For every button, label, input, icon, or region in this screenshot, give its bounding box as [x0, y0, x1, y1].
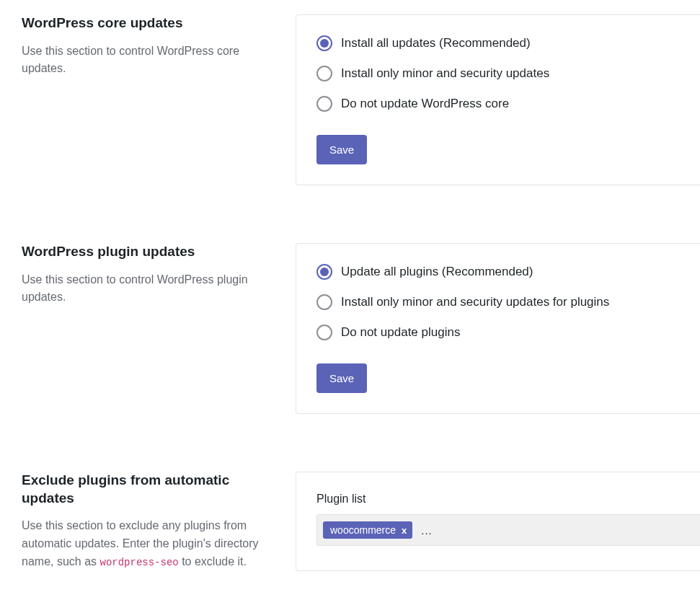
section-plugin-panel: Update all plugins (Recommended) Install…	[296, 243, 700, 414]
core-option-minor-label: Install only minor and security updates	[341, 66, 549, 81]
radio-icon	[316, 66, 332, 81]
section-core-panel: Install all updates (Recommended) Instal…	[296, 14, 700, 185]
plugin-list-input[interactable]: woocommerce x ...	[316, 514, 700, 546]
exclude-desc: Use this section to exclude any plugins …	[22, 517, 267, 570]
section-core-updates: WordPress core updates Use this section …	[22, 14, 700, 185]
section-plugin-left: WordPress plugin updates Use this sectio…	[22, 243, 267, 414]
plugin-option-minor[interactable]: Install only minor and security updates …	[316, 294, 700, 310]
core-save-button[interactable]: Save	[316, 135, 367, 164]
core-desc: Use this section to control WordPress co…	[22, 43, 267, 79]
section-exclude-plugins: Exclude plugins from automatic updates U…	[22, 472, 700, 571]
tag-woocommerce: woocommerce x	[323, 521, 412, 539]
plugin-save-button[interactable]: Save	[316, 363, 367, 393]
core-title: WordPress core updates	[22, 14, 267, 32]
plugin-desc: Use this section to control WordPress pl…	[22, 271, 267, 307]
radio-icon	[316, 96, 332, 112]
section-exclude-panel: Plugin list woocommerce x ...	[296, 472, 700, 571]
section-exclude-left: Exclude plugins from automatic updates U…	[22, 472, 267, 571]
plugin-option-none[interactable]: Do not update plugins	[316, 325, 700, 340]
plugin-option-all-label: Update all plugins (Recommended)	[341, 265, 533, 279]
section-core-left: WordPress core updates Use this section …	[22, 14, 267, 185]
tag-remove-icon[interactable]: x	[402, 525, 407, 536]
plugin-radio-group: Update all plugins (Recommended) Install…	[316, 264, 700, 340]
radio-icon	[316, 35, 332, 51]
section-plugin-updates: WordPress plugin updates Use this sectio…	[22, 243, 700, 414]
radio-icon	[316, 325, 332, 340]
exclude-title: Exclude plugins from automatic updates	[22, 472, 267, 507]
core-option-minor[interactable]: Install only minor and security updates	[316, 66, 700, 81]
radio-icon	[316, 264, 332, 280]
core-option-none-label: Do not update WordPress core	[341, 97, 509, 111]
exclude-desc-suffix: to exclude it.	[179, 555, 247, 568]
plugin-option-minor-label: Install only minor and security updates …	[341, 295, 609, 309]
plugin-option-all[interactable]: Update all plugins (Recommended)	[316, 264, 700, 280]
core-option-all-label: Install all updates (Recommended)	[341, 36, 531, 50]
radio-icon	[316, 294, 332, 310]
tag-typing-indicator[interactable]: ...	[418, 524, 433, 537]
core-radio-group: Install all updates (Recommended) Instal…	[316, 35, 700, 112]
core-option-all[interactable]: Install all updates (Recommended)	[316, 35, 700, 51]
core-option-none[interactable]: Do not update WordPress core	[316, 96, 700, 112]
tag-label: woocommerce	[330, 524, 396, 536]
plugin-list-label: Plugin list	[316, 493, 700, 506]
plugin-title: WordPress plugin updates	[22, 243, 267, 261]
exclude-desc-code: wordpress-seo	[100, 557, 179, 568]
plugin-option-none-label: Do not update plugins	[341, 325, 460, 340]
